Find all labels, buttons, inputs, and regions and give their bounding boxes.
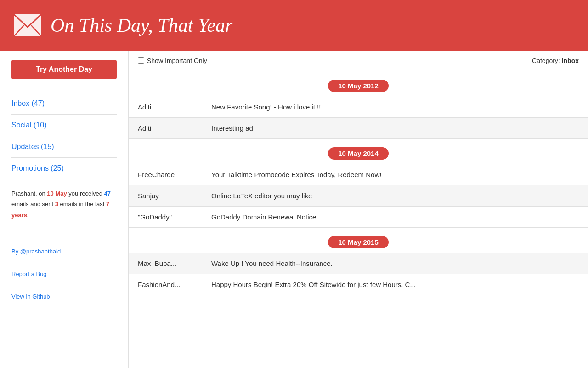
email-subject: Wake Up ! You need Health--Insurance.: [211, 259, 579, 267]
show-important-text: Show Important Only: [147, 57, 207, 64]
category-value: Inbox: [562, 57, 579, 64]
email-subject: GoDaddy Domain Renewal Notice: [211, 213, 579, 221]
stats-prefix: Prashant, on: [11, 190, 47, 197]
stats-received: 47: [104, 190, 111, 197]
email-sender: Sanjay: [138, 192, 211, 200]
sidebar-item-updates[interactable]: Updates (15): [11, 136, 117, 158]
email-row[interactable]: Aditi Interesting ad: [129, 118, 588, 139]
email-subject: Your Talktime Promocode Expires Today, R…: [211, 171, 579, 178]
email-subject: New Favorite Song! - How i love it !!: [211, 103, 579, 111]
date-separator-2012: 10 May 2012: [129, 71, 588, 97]
email-sender: FashionAnd...: [138, 281, 211, 288]
email-row[interactable]: Aditi New Favorite Song! - How i love it…: [129, 97, 588, 118]
category-label: Category: Inbox: [532, 57, 579, 64]
show-important-label[interactable]: Show Important Only: [138, 57, 207, 64]
email-sender: FreeCharge: [138, 171, 211, 178]
email-sender: Max_Bupa...: [138, 259, 211, 267]
footer-links: By @prashantbaid Report a Bug View in Gi…: [11, 234, 117, 300]
stats-sent: 3: [55, 201, 58, 207]
stats-suffix: emails in the last: [58, 201, 106, 207]
report-bug-link[interactable]: Report a Bug: [11, 270, 117, 277]
email-subject: Online LaTeX editor you may like: [211, 192, 579, 200]
app-header: On This Day, That Year: [0, 0, 588, 51]
app-title: On This Day, That Year: [51, 14, 232, 36]
content-header: Show Important Only Category: Inbox: [129, 51, 588, 71]
email-subject: Interesting ad: [211, 124, 579, 132]
mail-icon: [14, 14, 41, 36]
show-important-checkbox[interactable]: [138, 58, 144, 64]
email-subject: Happy Hours Begin! Extra 20% Off Sitewid…: [211, 281, 579, 288]
email-row[interactable]: Max_Bupa... Wake Up ! You need Health--I…: [129, 253, 588, 274]
email-row[interactable]: "GoDaddy" GoDaddy Domain Renewal Notice: [129, 207, 588, 228]
view-github-link[interactable]: View in Github: [11, 293, 117, 300]
date-badge-2014: 10 May 2014: [328, 147, 389, 160]
email-row[interactable]: FreeCharge Your Talktime Promocode Expir…: [129, 164, 588, 185]
sidebar-item-social[interactable]: Social (10): [11, 115, 117, 136]
sidebar-item-promotions[interactable]: Promotions (25): [11, 158, 117, 179]
email-sender: Aditi: [138, 124, 211, 132]
sidebar: Try Another Day Inbox (47) Social (10) U…: [0, 51, 129, 368]
date-badge-2015: 10 May 2015: [328, 236, 389, 248]
stats-date: 10 May: [47, 190, 67, 197]
by-author-link[interactable]: By @prashantbaid: [11, 248, 117, 255]
date-separator-2015: 10 May 2015: [129, 228, 588, 253]
stats-box: Prashant, on 10 May you received 47 emai…: [11, 188, 117, 220]
date-badge-2012: 10 May 2012: [328, 80, 389, 92]
category-prefix: Category:: [532, 57, 560, 64]
content-area: Show Important Only Category: Inbox 10 M…: [129, 51, 588, 368]
main-layout: Try Another Day Inbox (47) Social (10) U…: [0, 51, 588, 368]
stats-sent-prefix: emails and sent: [11, 201, 55, 207]
email-sender: "GoDaddy": [138, 213, 211, 221]
try-another-day-button[interactable]: Try Another Day: [11, 60, 117, 79]
email-row[interactable]: Sanjay Online LaTeX editor you may like: [129, 185, 588, 207]
email-sender: Aditi: [138, 103, 211, 111]
sidebar-item-inbox[interactable]: Inbox (47): [11, 93, 117, 115]
email-row[interactable]: FashionAnd... Happy Hours Begin! Extra 2…: [129, 274, 588, 295]
stats-middle: you received: [67, 190, 104, 197]
date-separator-2014: 10 May 2014: [129, 139, 588, 164]
